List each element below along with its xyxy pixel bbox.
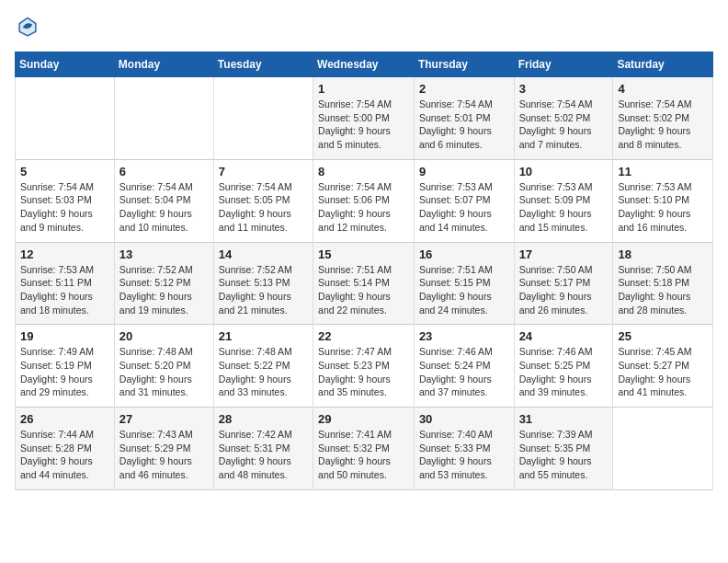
cell-content: Sunrise: 7:54 AM Sunset: 5:00 PM Dayligh… [318, 98, 409, 152]
cell-content: Sunrise: 7:53 AM Sunset: 5:10 PM Dayligh… [618, 180, 708, 235]
calendar-cell: 23Sunrise: 7:46 AM Sunset: 5:24 PM Dayli… [414, 325, 514, 408]
calendar-cell: 4Sunrise: 7:54 AM Sunset: 5:02 PM Daylig… [613, 77, 713, 160]
cell-content: Sunrise: 7:42 AM Sunset: 5:31 PM Dayligh… [219, 428, 308, 482]
day-number: 22 [318, 329, 409, 343]
cell-content: Sunrise: 7:51 AM Sunset: 5:15 PM Dayligh… [419, 263, 509, 317]
week-row-3: 12Sunrise: 7:53 AM Sunset: 5:11 PM Dayli… [16, 242, 713, 325]
week-row-4: 19Sunrise: 7:49 AM Sunset: 5:19 PM Dayli… [16, 325, 713, 408]
day-number: 20 [119, 329, 209, 343]
day-number: 5 [20, 165, 109, 178]
calendar-cell: 26Sunrise: 7:44 AM Sunset: 5:28 PM Dayli… [16, 408, 115, 490]
cell-content: Sunrise: 7:47 AM Sunset: 5:23 PM Dayligh… [318, 345, 409, 399]
day-number: 13 [119, 247, 209, 261]
cell-content: Sunrise: 7:52 AM Sunset: 5:12 PM Dayligh… [119, 263, 209, 317]
day-number: 30 [419, 412, 509, 426]
calendar-cell: 31Sunrise: 7:39 AM Sunset: 5:35 PM Dayli… [514, 408, 613, 490]
header-cell-sunday: Sunday [16, 52, 115, 77]
cell-content: Sunrise: 7:45 AM Sunset: 5:27 PM Dayligh… [618, 345, 708, 399]
day-number: 8 [318, 165, 409, 178]
day-number: 26 [20, 412, 109, 426]
week-row-2: 5Sunrise: 7:54 AM Sunset: 5:03 PM Daylig… [16, 159, 713, 242]
day-number: 9 [419, 165, 509, 178]
calendar-cell: 25Sunrise: 7:45 AM Sunset: 5:27 PM Dayli… [613, 325, 713, 408]
page-header [15, 15, 713, 40]
cell-content: Sunrise: 7:51 AM Sunset: 5:14 PM Dayligh… [318, 263, 409, 317]
cell-content: Sunrise: 7:53 AM Sunset: 5:07 PM Dayligh… [419, 180, 509, 235]
calendar-cell: 14Sunrise: 7:52 AM Sunset: 5:13 PM Dayli… [213, 242, 313, 325]
header-cell-friday: Friday [514, 52, 613, 77]
day-number: 2 [419, 82, 509, 96]
day-number: 12 [20, 247, 109, 261]
calendar-cell: 9Sunrise: 7:53 AM Sunset: 5:07 PM Daylig… [414, 159, 514, 242]
header-cell-tuesday: Tuesday [213, 52, 313, 77]
calendar-cell: 30Sunrise: 7:40 AM Sunset: 5:33 PM Dayli… [414, 408, 514, 490]
logo [15, 15, 44, 40]
calendar-table: SundayMondayTuesdayWednesdayThursdayFrid… [15, 52, 713, 490]
day-number: 19 [20, 329, 109, 343]
calendar-cell: 16Sunrise: 7:51 AM Sunset: 5:15 PM Dayli… [414, 242, 514, 325]
cell-content: Sunrise: 7:54 AM Sunset: 5:02 PM Dayligh… [618, 98, 708, 152]
calendar-header: SundayMondayTuesdayWednesdayThursdayFrid… [16, 52, 713, 77]
cell-content: Sunrise: 7:50 AM Sunset: 5:18 PM Dayligh… [618, 263, 708, 317]
day-number: 23 [419, 329, 509, 343]
day-number: 27 [119, 412, 209, 426]
cell-content: Sunrise: 7:53 AM Sunset: 5:11 PM Dayligh… [20, 263, 109, 317]
calendar-cell: 29Sunrise: 7:41 AM Sunset: 5:32 PM Dayli… [313, 408, 415, 490]
calendar-cell: 28Sunrise: 7:42 AM Sunset: 5:31 PM Dayli… [213, 408, 313, 490]
day-number: 6 [119, 165, 209, 178]
day-number: 7 [219, 165, 308, 178]
header-row: SundayMondayTuesdayWednesdayThursdayFrid… [16, 52, 713, 77]
header-cell-saturday: Saturday [613, 52, 713, 77]
cell-content: Sunrise: 7:48 AM Sunset: 5:22 PM Dayligh… [219, 345, 308, 399]
day-number: 25 [618, 329, 708, 343]
cell-content: Sunrise: 7:54 AM Sunset: 5:03 PM Dayligh… [20, 180, 109, 235]
cell-content: Sunrise: 7:54 AM Sunset: 5:06 PM Dayligh… [318, 180, 409, 235]
cell-content: Sunrise: 7:54 AM Sunset: 5:01 PM Dayligh… [419, 98, 509, 152]
day-number: 10 [519, 165, 609, 178]
cell-content: Sunrise: 7:40 AM Sunset: 5:33 PM Dayligh… [419, 428, 509, 482]
day-number: 1 [318, 82, 409, 96]
logo-icon [15, 15, 40, 40]
calendar-cell: 6Sunrise: 7:54 AM Sunset: 5:04 PM Daylig… [114, 159, 213, 242]
day-number: 21 [219, 329, 308, 343]
day-number: 14 [219, 247, 308, 261]
calendar-cell: 18Sunrise: 7:50 AM Sunset: 5:18 PM Dayli… [613, 242, 713, 325]
calendar-cell [613, 408, 713, 490]
calendar-cell: 22Sunrise: 7:47 AM Sunset: 5:23 PM Dayli… [313, 325, 415, 408]
cell-content: Sunrise: 7:54 AM Sunset: 5:05 PM Dayligh… [219, 180, 308, 235]
header-cell-thursday: Thursday [414, 52, 514, 77]
calendar-body: 1Sunrise: 7:54 AM Sunset: 5:00 PM Daylig… [16, 77, 713, 490]
header-cell-wednesday: Wednesday [313, 52, 415, 77]
calendar-cell: 13Sunrise: 7:52 AM Sunset: 5:12 PM Dayli… [114, 242, 213, 325]
day-number: 29 [318, 412, 409, 426]
calendar-cell: 1Sunrise: 7:54 AM Sunset: 5:00 PM Daylig… [313, 77, 415, 160]
cell-content: Sunrise: 7:39 AM Sunset: 5:35 PM Dayligh… [519, 428, 609, 482]
cell-content: Sunrise: 7:52 AM Sunset: 5:13 PM Dayligh… [219, 263, 308, 317]
calendar-cell: 3Sunrise: 7:54 AM Sunset: 5:02 PM Daylig… [514, 77, 613, 160]
day-number: 28 [219, 412, 308, 426]
cell-content: Sunrise: 7:53 AM Sunset: 5:09 PM Dayligh… [519, 180, 609, 235]
day-number: 18 [618, 247, 708, 261]
cell-content: Sunrise: 7:50 AM Sunset: 5:17 PM Dayligh… [519, 263, 609, 317]
calendar-cell: 8Sunrise: 7:54 AM Sunset: 5:06 PM Daylig… [313, 159, 415, 242]
cell-content: Sunrise: 7:44 AM Sunset: 5:28 PM Dayligh… [20, 428, 109, 482]
day-number: 4 [618, 82, 708, 96]
cell-content: Sunrise: 7:46 AM Sunset: 5:24 PM Dayligh… [419, 345, 509, 399]
cell-content: Sunrise: 7:48 AM Sunset: 5:20 PM Dayligh… [119, 345, 209, 399]
day-number: 31 [519, 412, 609, 426]
calendar-cell: 2Sunrise: 7:54 AM Sunset: 5:01 PM Daylig… [414, 77, 514, 160]
cell-content: Sunrise: 7:54 AM Sunset: 5:02 PM Dayligh… [519, 98, 609, 152]
calendar-cell: 20Sunrise: 7:48 AM Sunset: 5:20 PM Dayli… [114, 325, 213, 408]
week-row-1: 1Sunrise: 7:54 AM Sunset: 5:00 PM Daylig… [16, 77, 713, 160]
calendar-cell [213, 77, 313, 160]
calendar-cell: 27Sunrise: 7:43 AM Sunset: 5:29 PM Dayli… [114, 408, 213, 490]
week-row-5: 26Sunrise: 7:44 AM Sunset: 5:28 PM Dayli… [16, 408, 713, 490]
header-cell-monday: Monday [114, 52, 213, 77]
calendar-cell: 10Sunrise: 7:53 AM Sunset: 5:09 PM Dayli… [514, 159, 613, 242]
day-number: 15 [318, 247, 409, 261]
calendar-cell: 12Sunrise: 7:53 AM Sunset: 5:11 PM Dayli… [16, 242, 115, 325]
calendar-cell: 5Sunrise: 7:54 AM Sunset: 5:03 PM Daylig… [16, 159, 115, 242]
day-number: 17 [519, 247, 609, 261]
cell-content: Sunrise: 7:49 AM Sunset: 5:19 PM Dayligh… [20, 345, 109, 399]
cell-content: Sunrise: 7:46 AM Sunset: 5:25 PM Dayligh… [519, 345, 609, 399]
